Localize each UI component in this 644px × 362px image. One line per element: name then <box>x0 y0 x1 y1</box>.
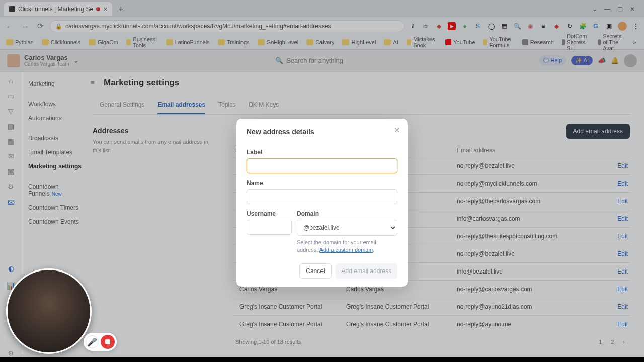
modal-overlay[interactable]: ✕ New address details Label Name Usernam… <box>0 0 644 362</box>
domain-select[interactable]: @bezalel.live <box>297 220 397 236</box>
close-icon[interactable]: ✕ <box>394 126 400 135</box>
webcam-overlay <box>6 268 92 354</box>
cancel-button[interactable]: Cancel <box>299 263 331 279</box>
add-email-address-submit[interactable]: Add email address <box>336 263 397 279</box>
mic-button[interactable]: 🎤 <box>86 335 99 348</box>
name-field-label: Name <box>247 179 397 187</box>
recording-controls: 🎤 <box>84 333 117 351</box>
domain-field-label: Domain <box>297 210 397 217</box>
label-field-label: Label <box>247 149 397 156</box>
name-input[interactable] <box>247 189 397 204</box>
add-custom-domain-link[interactable]: Add a custom domain <box>319 247 373 253</box>
black-bar <box>0 357 644 362</box>
domain-help-text: Select the domain for your email address… <box>297 239 397 254</box>
new-address-modal: ✕ New address details Label Name Usernam… <box>236 119 408 287</box>
modal-title: New address details <box>247 128 397 136</box>
username-field-label: Username <box>247 210 292 217</box>
username-input[interactable] <box>247 220 292 235</box>
stop-record-button[interactable] <box>101 335 115 349</box>
label-input[interactable] <box>247 158 397 173</box>
